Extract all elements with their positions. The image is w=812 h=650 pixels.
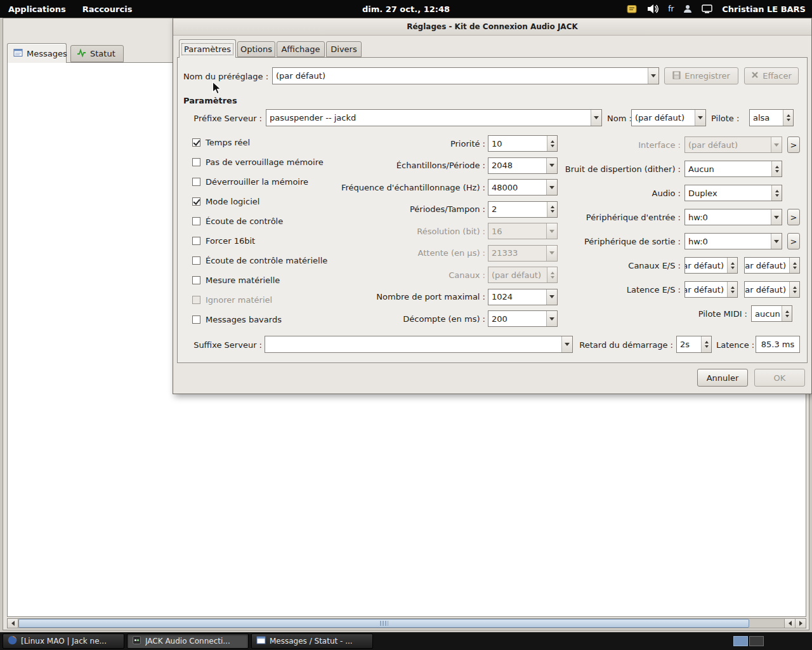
scroll-left-stepper[interactable] [784,619,795,628]
user-switcher-icon[interactable] [683,4,693,14]
dropdown-arrow-icon[interactable] [648,68,658,84]
spinner-arrows-icon[interactable] [701,336,711,352]
spinner-arrows-icon[interactable] [771,161,782,176]
taskbar-item-jack[interactable]: JACK Audio Connecti... [127,633,249,649]
dropdown-arrow-icon[interactable] [546,289,557,305]
checkbox[interactable] [192,315,200,324]
spinner-arrows-icon[interactable] [771,185,782,201]
user-menu[interactable]: Christian LE BARS [722,4,806,14]
scrollbar-trough[interactable] [749,619,784,628]
driver-spinbox[interactable]: alsa [749,109,794,126]
volume-icon[interactable] [646,3,659,15]
spinner-arrows-icon[interactable] [547,136,557,151]
dropdown-arrow-icon[interactable] [546,158,557,173]
cancel-button[interactable]: Annuler [697,369,748,387]
checkbox[interactable] [192,256,200,265]
field-control[interactable]: 21333 [488,245,558,262]
keyboard-layout-indicator[interactable]: fr [668,4,674,13]
workspace-2[interactable] [749,636,764,646]
dropdown-arrow-icon[interactable] [546,223,557,239]
scroll-left-button[interactable] [8,619,18,628]
server-prefix-combobox[interactable]: pasuspender -- jackd [266,109,602,126]
spinner-arrows-icon[interactable] [789,258,799,273]
spinner-arrows-icon[interactable] [783,110,793,126]
session-screen-icon[interactable] [702,4,713,14]
field-control[interactable]: 200 [488,310,558,327]
spinner-arrows-icon[interactable] [782,306,792,321]
io-channels-in-spinbox[interactable]: (par défaut) [684,257,738,274]
tab-options[interactable]: Options [237,41,275,57]
checkbox-row[interactable]: Temps réel [192,134,250,150]
tab-affichage[interactable]: Affichage [277,41,325,57]
notification-icon[interactable] [627,4,638,15]
tab-statut[interactable]: Statut [70,45,124,62]
input-device-combobox[interactable]: hw:0 [684,209,782,225]
checkbox[interactable] [192,237,200,245]
checkbox[interactable] [192,197,200,206]
checkbox[interactable] [192,276,200,284]
io-latency-out-spinbox[interactable]: (par défaut) [744,281,800,298]
spinner-arrows-icon[interactable] [727,258,737,273]
applications-menu[interactable]: Applications [0,4,74,14]
spinner-arrows-icon[interactable] [547,202,557,217]
checkbox-row[interactable]: Ignorer matériel [192,291,272,308]
scrollbar-thumb[interactable] [18,619,749,628]
dropdown-arrow-icon[interactable] [546,311,557,326]
tab-divers[interactable]: Divers [326,41,362,57]
tab-parametres[interactable]: Paramètres [179,39,236,58]
checkbox-label: Forcer 16bit [206,236,255,246]
field-control[interactable]: 2048 [488,157,558,174]
io-latency-in-spinbox[interactable]: (par défaut) [684,281,738,298]
field-control[interactable]: 1024 [488,289,558,305]
dropdown-arrow-icon[interactable] [546,180,557,195]
checkbox[interactable] [192,158,200,166]
start-delay-spinbox[interactable]: 2s [676,336,712,353]
dropdown-arrow-icon[interactable] [546,246,557,261]
dither-spinbox[interactable]: Aucun [684,161,782,177]
audio-spinbox[interactable]: Duplex [684,185,782,201]
log-line: 12:48:12.133 Impossible de connecter le … [11,452,802,465]
statut-tab-icon [77,48,86,59]
taskbar-item-messages[interactable]: Messages / Statut - ... [251,633,373,649]
spinner-arrows-icon[interactable] [547,267,557,282]
field-control[interactable]: (par défaut) [488,267,558,283]
interface-more-button[interactable]: > [787,136,800,153]
checkbox[interactable] [192,178,200,186]
dropdown-arrow-icon[interactable] [591,110,601,126]
field-control[interactable]: 16 [488,223,558,239]
tab-messages-label: Messages [27,49,67,58]
dropdown-arrow-icon[interactable] [771,234,782,249]
field-control[interactable]: 10 [488,135,558,152]
dropdown-arrow-icon[interactable] [771,209,782,225]
horizontal-scrollbar[interactable] [7,618,806,628]
server-suffix-combobox[interactable] [265,336,573,353]
input-device-more-button[interactable]: > [787,209,800,225]
preset-name-combobox[interactable]: (par défaut) [272,67,659,84]
dropdown-arrow-icon[interactable] [561,336,572,352]
clock[interactable]: dim. 27 oct., 12:48 [362,4,450,14]
dropdown-arrow-icon[interactable] [695,110,705,126]
shortcuts-menu[interactable]: Raccourcis [74,4,141,14]
spinner-arrows-icon[interactable] [789,282,799,297]
checkbox[interactable] [192,296,200,304]
checkbox[interactable] [192,217,200,225]
midi-driver-spinbox[interactable]: aucun [751,305,792,322]
section-parametres: Paramètres [183,96,237,105]
field-control[interactable]: 2 [488,201,558,218]
output-device-more-button[interactable]: > [787,233,800,249]
dialog-titlebar[interactable]: Réglages - Kit de Connexion Audio JACK [173,18,811,36]
dither-label: Bruit de dispertion (dither) : [560,164,681,174]
checkbox[interactable] [192,138,200,147]
server-name-combobox[interactable]: (par défaut) [631,109,706,126]
taskbar-item-browser[interactable]: [Linux MAO | Jack ne... [3,633,124,649]
scroll-right-stepper[interactable] [795,619,806,628]
output-device-combobox[interactable]: hw:0 [684,233,782,249]
tab-messages[interactable]: Messages [7,43,67,63]
spinner-arrows-icon[interactable] [727,282,737,297]
top-panel: Applications Raccourcis dim. 27 oct., 12… [0,0,812,18]
io-channels-out-spinbox[interactable]: (par défaut) [744,257,800,274]
workspace-1[interactable] [733,636,748,646]
field-control[interactable]: 48000 [488,179,558,196]
checkbox-row[interactable]: Forcer 16bit [192,232,255,249]
checkbox-row[interactable]: Mode logiciel [192,193,259,209]
